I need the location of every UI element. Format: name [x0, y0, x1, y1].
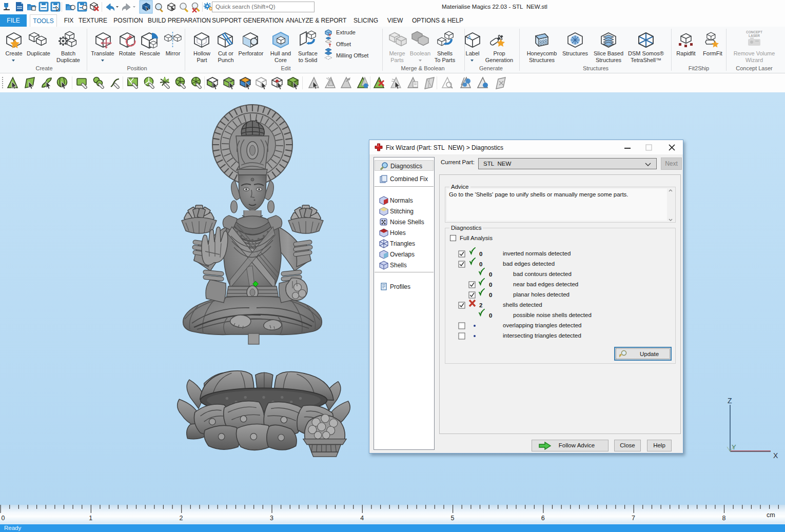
svg-text:2: 2: [479, 302, 482, 308]
svg-text:0: 0: [479, 251, 482, 257]
svg-text:CONCEPT: CONCEPT: [746, 30, 762, 34]
svg-text:0: 0: [489, 292, 492, 298]
svg-text:A: A: [467, 35, 471, 41]
svg-text:4: 4: [360, 515, 364, 522]
svg-text:0: 0: [489, 271, 492, 278]
svg-text:shells detected: shells detected: [503, 302, 542, 308]
svg-text:inverted normals detected: inverted normals detected: [503, 250, 571, 257]
svg-text:X: X: [773, 451, 778, 460]
svg-text:7: 7: [632, 515, 635, 522]
svg-text:0: 0: [2, 515, 5, 522]
svg-text:near bad edges detected: near bad edges detected: [513, 281, 578, 287]
svg-text:cm: cm: [767, 511, 775, 519]
svg-text:8: 8: [722, 515, 725, 522]
svg-text:overlapping triangles detected: overlapping triangles detected: [503, 322, 581, 328]
svg-text:LASER: LASER: [749, 34, 760, 37]
svg-text:3: 3: [270, 515, 273, 522]
svg-text:6: 6: [541, 515, 545, 522]
svg-text:0: 0: [479, 261, 482, 267]
svg-text:bad edges detected: bad edges detected: [503, 261, 555, 267]
svg-text:0: 0: [489, 312, 492, 319]
svg-text:0: 0: [489, 282, 492, 288]
svg-text:Z: Z: [728, 397, 732, 405]
svg-text:5: 5: [451, 515, 455, 522]
svg-text:planar holes detected: planar holes detected: [513, 291, 570, 298]
svg-text:1: 1: [89, 515, 92, 522]
svg-text:possible noise shells detected: possible noise shells detected: [513, 312, 592, 318]
svg-text:bad contours detected: bad contours detected: [513, 271, 572, 277]
svg-text:Y: Y: [732, 443, 736, 451]
svg-text:intersecting triangles detecte: intersecting triangles detected: [503, 332, 581, 339]
svg-text:2: 2: [180, 515, 183, 522]
